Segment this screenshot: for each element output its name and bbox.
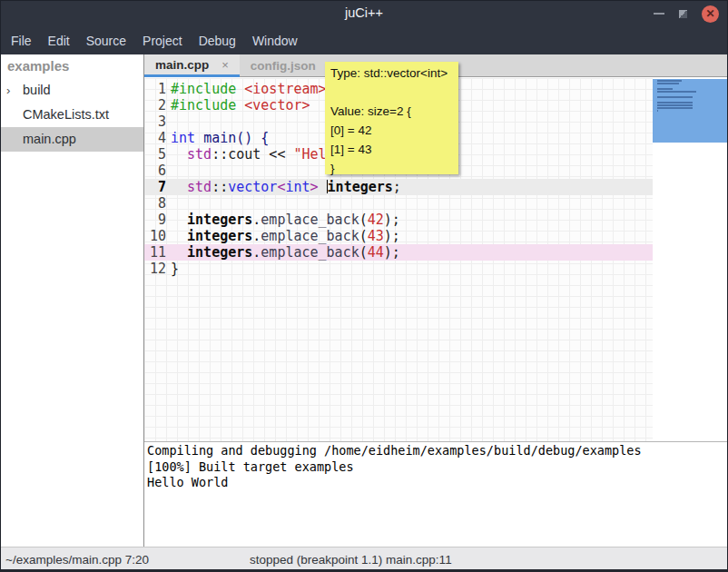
code-line-11[interactable]: 11 integers.emplace_back(44); (144, 244, 653, 261)
tree-item-main-cpp[interactable]: main.cpp (0, 127, 143, 152)
menu-item-edit[interactable]: Edit (42, 30, 76, 52)
window-title: juCi++ (0, 5, 728, 20)
project-name-header: examples (0, 54, 143, 78)
terminal-line: Compiling and debugging /home/eidheim/ex… (147, 443, 728, 459)
code-line-9[interactable]: 9 integers.emplace_back(42); (144, 212, 653, 228)
minimap-line (657, 83, 679, 84)
tab-main-cpp[interactable]: main.cpp× (144, 54, 240, 77)
code-text (166, 113, 171, 130)
line-number: 2 (144, 97, 166, 113)
tab-close-icon[interactable]: × (221, 58, 229, 72)
restore-icon[interactable] (679, 10, 687, 18)
code-text: std::vector<int> integers; (166, 179, 401, 195)
status-file-position: ~/examples/main.cpp 7:20 (5, 553, 149, 567)
line-number: 1 (144, 81, 166, 97)
line-number: 9 (144, 212, 166, 228)
code-text: integers.emplace_back(44); (166, 244, 400, 261)
code-text: integers.emplace_back(42); (166, 212, 400, 228)
line-number: 3 (144, 113, 166, 130)
tree-item-build[interactable]: ›build (0, 78, 143, 103)
minimap-line (657, 110, 658, 112)
code-text: int main() { (166, 130, 269, 146)
tooltip-value-block: Value: size=2 { [0] = 42 [1] = 43} (330, 102, 453, 178)
code-text: } (166, 261, 179, 277)
line-number: 5 (144, 146, 166, 163)
code-line-8[interactable]: 8 (144, 195, 653, 212)
code-text: integers.emplace_back(43); (166, 228, 400, 244)
code-line-12[interactable]: 12} (144, 261, 653, 277)
tooltip-value-line: Value: size=2 { (330, 102, 453, 121)
status-debug-state: stopped (breakpoint 1.1) main.cpp:11 (250, 553, 452, 567)
line-number: 7 (144, 179, 166, 195)
tree-item-label: CMakeLists.txt (23, 107, 109, 122)
line-number: 4 (144, 130, 166, 146)
terminal-output[interactable]: Compiling and debugging /home/eidheim/ex… (144, 442, 728, 547)
tab-config-json[interactable]: config.json (240, 54, 327, 77)
menu-item-window[interactable]: Window (246, 30, 304, 52)
line-number: 10 (144, 228, 166, 244)
minimap-line (657, 96, 693, 98)
minimap-line (657, 88, 673, 90)
code-text: #include <iostream> (166, 81, 327, 97)
line-number: 8 (144, 195, 166, 212)
tooltip-value-line: } (330, 159, 453, 178)
title-bar: juCi++ ✕ (0, 0, 728, 27)
minimap-line (657, 80, 682, 82)
tree-item-label: main.cpp (23, 132, 76, 146)
minimap-line (657, 102, 693, 104)
debug-value-tooltip: Type: std::vector<int> Value: size=2 { [… (325, 62, 458, 174)
code-text (166, 163, 171, 179)
file-tree: ›buildCMakeLists.txtmain.cpp (0, 78, 143, 152)
minimap-line (657, 91, 696, 93)
minimap-visible-region[interactable] (653, 79, 728, 143)
minimize-icon[interactable] (654, 13, 664, 15)
tooltip-type-line: Type: std::vector<int> (330, 66, 453, 80)
menu-item-file[interactable]: File (5, 30, 38, 52)
code-line-10[interactable]: 10 integers.emplace_back(43); (144, 228, 653, 244)
chevron-right-icon[interactable]: › (6, 78, 19, 103)
tab-label: config.json (251, 59, 316, 73)
terminal-line: Hello World (147, 475, 728, 491)
app-window: juCi++ ✕ FileEditSourceProjectDebugWindo… (0, 0, 728, 572)
menu-item-project[interactable]: Project (136, 30, 189, 52)
tree-item-cmakelists-txt[interactable]: CMakeLists.txt (0, 103, 143, 127)
terminal-line: [100%] Built target examples (147, 459, 728, 476)
status-bar: ~/examples/main.cpp 7:20 stopped (breakp… (0, 547, 728, 572)
line-number: 12 (144, 261, 166, 277)
minimap[interactable] (653, 78, 728, 441)
file-tree-sidebar: examples ›buildCMakeLists.txtmain.cpp (0, 54, 143, 547)
code-text (166, 195, 171, 212)
code-text: #include <vector> (166, 97, 310, 113)
tooltip-value-line: [0] = 42 (330, 121, 453, 140)
line-number: 11 (144, 244, 166, 261)
tab-label: main.cpp (155, 58, 209, 72)
close-icon[interactable]: ✕ (702, 5, 719, 23)
tree-item-label: build (23, 83, 51, 97)
menu-item-source[interactable]: Source (80, 30, 133, 52)
window-controls: ✕ (654, 0, 719, 27)
code-line-7[interactable]: 7 std::vector<int> integers; (144, 179, 653, 195)
menu-bar: FileEditSourceProjectDebugWindow (0, 27, 728, 54)
line-number: 6 (144, 163, 166, 179)
menu-item-debug[interactable]: Debug (192, 30, 242, 52)
tooltip-value-line: [1] = 43 (330, 140, 453, 159)
minimap-line (657, 107, 693, 109)
minimap-line (657, 104, 693, 106)
